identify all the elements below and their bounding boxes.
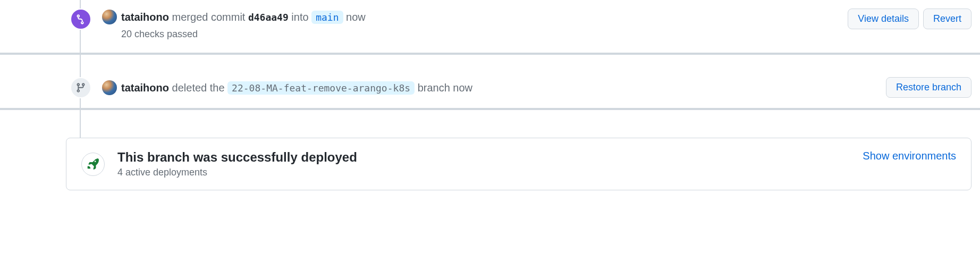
username-link[interactable]: tataihono [121,82,169,94]
view-details-button[interactable]: View details [848,9,919,29]
delete-branch-event: tataihono deleted the 22-08-MA-feat-remo… [81,63,971,119]
git-branch-icon [70,77,91,98]
deploy-subtitle: 4 active deployments [117,167,850,178]
restore-branch-button[interactable]: Restore branch [886,77,971,98]
avatar[interactable] [102,80,117,95]
checks-status[interactable]: 20 checks passed [121,29,971,40]
into-text: into [291,11,308,23]
deleted-text: deleted the [172,82,225,94]
merge-timestamp: now [346,11,366,23]
branch-now-text: branch now [418,82,472,94]
merge-action-text: merged commit [172,11,246,23]
merge-event: tataihono merged commit d46aa49 into mai… [81,0,971,63]
deploy-title: This branch was successfully deployed [117,150,850,165]
commit-sha-link[interactable]: d46aa49 [248,12,289,23]
deleted-branch-pill: 22-08-MA-feat-remove-arango-k8s [227,81,415,95]
git-merge-icon [70,9,91,30]
deploy-card: This branch was successfully deployed 4 … [66,138,971,190]
rocket-icon [81,153,105,176]
target-branch-pill[interactable]: main [311,11,343,24]
show-environments-link[interactable]: Show environments [863,150,956,162]
revert-button[interactable]: Revert [923,9,971,29]
avatar[interactable] [102,10,117,24]
username-link[interactable]: tataihono [121,11,169,23]
